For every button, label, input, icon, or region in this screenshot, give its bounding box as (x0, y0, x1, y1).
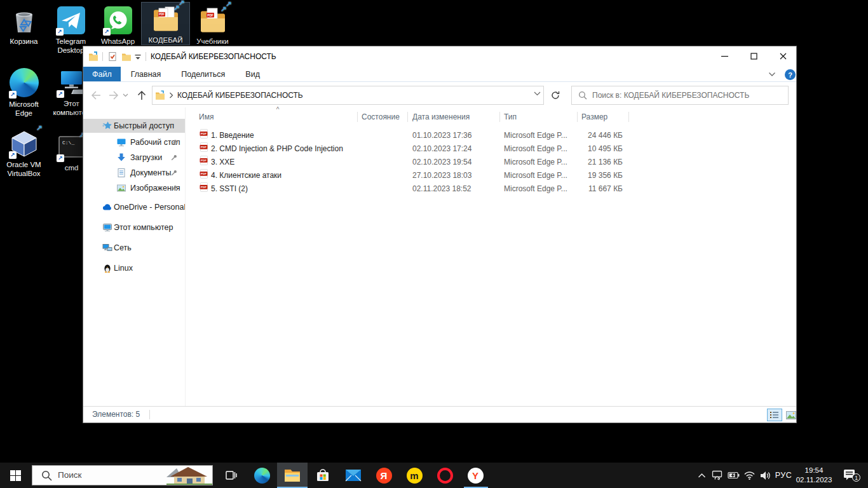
new-folder-button[interactable] (121, 51, 132, 62)
close-button[interactable] (768, 46, 797, 65)
taskbar-opera-icon[interactable] (430, 463, 460, 488)
sync-arrows-icon: ↗ (173, 5, 179, 11)
file-size: 21 136 КБ (528, 156, 623, 169)
file-row[interactable]: PDF 2. CMD Injection & PHP Code Injectio… (191, 142, 790, 156)
svg-text:PDF: PDF (201, 159, 207, 162)
navigation-bar: КОДЕБАЙ КИБЕРБЕЗОПАСНОСТЬ Поиск в: КОДЕБ… (83, 85, 796, 106)
customize-quick-access-button[interactable] (134, 53, 142, 61)
svg-text:PDF: PDF (201, 132, 207, 135)
column-separator[interactable] (628, 112, 629, 122)
tray-show-hidden-icons-chevron[interactable] (694, 463, 709, 488)
desktop-icon-recycle-bin[interactable]: Корзина (0, 4, 48, 46)
sidebar-item-downloads[interactable]: Загрузки (83, 151, 185, 165)
tray-clock[interactable]: 19:54 02.11.2023 (793, 466, 835, 484)
large-icons-view-button[interactable] (783, 409, 799, 421)
svg-text:PDF: PDF (201, 146, 207, 149)
tab-view[interactable]: Вид (235, 67, 270, 81)
column-separator[interactable] (577, 112, 578, 122)
column-header-size[interactable]: Размер (581, 110, 607, 124)
download-arrow-icon (116, 152, 126, 163)
details-view-button[interactable] (767, 409, 782, 421)
tab-share[interactable]: Поделиться (171, 67, 235, 81)
column-header-status[interactable]: Состояние (362, 110, 400, 124)
sidebar-item-network[interactable]: Сеть (83, 241, 185, 255)
desktop-icon-kodebay[interactable]: PDF ↗ ↗ КОДЕБАЙ (142, 3, 189, 44)
sidebar-item-pictures[interactable]: Изображения (83, 181, 185, 195)
file-row[interactable]: PDF 3. XXE 02.10.2023 19:54 Microsoft Ed… (191, 156, 790, 169)
refresh-button[interactable] (547, 88, 564, 103)
file-size: 19 356 КБ (528, 169, 623, 182)
taskbar-store-icon[interactable] (308, 463, 338, 488)
tray-display-sync-icon[interactable] (709, 463, 725, 488)
tray-volume-icon[interactable] (757, 463, 773, 488)
pin-icon (171, 139, 177, 146)
task-view-button[interactable] (216, 463, 247, 488)
desktop-icon-virtualbox[interactable]: ↗ ↗ Oracle VM VirtualBox (0, 127, 48, 178)
search-input[interactable]: Поиск в: КОДЕБАЙ КИБЕРБЕЗОПАСНОСТЬ (571, 86, 789, 105)
tray-battery-icon[interactable] (725, 463, 742, 488)
this-pc-icon (102, 222, 112, 233)
column-separator[interactable] (499, 112, 500, 122)
address-dropdown-chevron-icon[interactable] (534, 92, 541, 96)
svg-text:PDF: PDF (159, 13, 165, 16)
column-header-modified[interactable]: Дата изменения (412, 110, 470, 124)
help-button[interactable]: ? (785, 69, 796, 80)
sidebar-item-desktop[interactable]: Рабочий стол (83, 135, 185, 149)
svg-text:C:\_: C:\_ (62, 140, 74, 146)
up-button[interactable] (134, 88, 149, 103)
taskbar-yandex-icon[interactable]: Я (369, 463, 399, 488)
shortcut-arrow-icon: ↗ (9, 151, 17, 159)
sidebar-item-linux[interactable]: Linux (83, 261, 185, 275)
maximize-button[interactable] (739, 46, 768, 65)
sidebar-item-documents[interactable]: Документы (83, 166, 185, 180)
breadcrumb-chevron-icon (169, 92, 173, 98)
back-button[interactable] (88, 88, 104, 103)
search-placeholder: Поиск в: КОДЕБАЙ КИБЕРБЕЗОПАСНОСТЬ (592, 86, 749, 104)
desktop-icon-whatsapp[interactable]: ↗ WhatsApp (94, 4, 142, 46)
sidebar-item-onedrive[interactable]: OneDrive - Personal (83, 200, 185, 214)
taskbar-amigo-icon[interactable]: m (399, 463, 430, 488)
clock-date: 02.11.2023 (793, 475, 835, 485)
tray-language-indicator[interactable]: РУС (772, 463, 795, 488)
desktop-icon-edge[interactable]: ↗ Microsoft Edge (0, 66, 48, 118)
expand-ribbon-chevron-icon[interactable] (768, 72, 776, 77)
title-bar[interactable]: КОДЕБАЙ КИБЕРБЕЗОПАСНОСТЬ (83, 46, 796, 67)
action-center-button[interactable]: 1 (839, 463, 864, 488)
column-separator[interactable] (407, 112, 408, 122)
breadcrumb[interactable]: КОДЕБАЙ КИБЕРБЕЗОПАСНОСТЬ (155, 86, 303, 104)
taskbar-edge-icon[interactable] (247, 463, 277, 488)
sidebar-item-this-pc[interactable]: Этот компьютер (83, 220, 185, 234)
quick-access-star-icon (102, 121, 112, 131)
window-title: КОДЕБАЙ КИБЕРБЕЗОПАСНОСТЬ (151, 46, 276, 67)
app-folder-icon (88, 51, 98, 62)
column-separator[interactable] (357, 112, 358, 122)
start-button[interactable] (0, 463, 31, 488)
file-row[interactable]: PDF 5. SSTI (2) 02.11.2023 18:52 Microso… (191, 182, 790, 196)
taskbar-mail-icon[interactable] (338, 463, 369, 488)
forward-button[interactable] (106, 88, 121, 103)
tray-wifi-icon[interactable] (742, 463, 757, 488)
file-row[interactable]: PDF 4. Клиентские атаки 27.10.2023 18:03… (191, 169, 790, 182)
desktop-icon-uchebniki[interactable]: PDF ↗ ↗ Учебники (189, 4, 236, 46)
address-bar[interactable]: КОДЕБАЙ КИБЕРБЕЗОПАСНОСТЬ (152, 86, 544, 105)
file-row[interactable]: PDF 1. Введение 01.10.2023 17:36 Microso… (191, 129, 790, 142)
pane-divider[interactable] (185, 107, 186, 406)
sidebar-item-quick-access[interactable]: Быстрый доступ (83, 119, 185, 133)
tab-home[interactable]: Главная (121, 67, 172, 81)
file-modified: 02.10.2023 17:24 (412, 142, 471, 156)
sort-ascending-indicator: ^ (271, 106, 284, 113)
column-header-type[interactable]: Тип (504, 110, 517, 124)
column-header-name[interactable]: Имя (199, 110, 214, 124)
file-name: 5. SSTI (2) (211, 182, 248, 196)
file-name: 4. Клиентские атаки (211, 169, 281, 182)
properties-button[interactable] (107, 51, 118, 62)
ribbon-tab-bar: Файл Главная Поделиться Вид (83, 67, 796, 82)
recent-locations-chevron-icon[interactable] (120, 88, 130, 103)
taskbar-search-input[interactable]: Поиск (32, 465, 213, 485)
pin-icon (171, 185, 177, 191)
taskbar-file-explorer-icon[interactable] (277, 463, 308, 488)
item-count: Элементов: 5 (92, 407, 140, 423)
minimize-button[interactable] (710, 46, 739, 65)
tab-file[interactable]: Файл (83, 67, 121, 81)
taskbar-yandex-browser-icon[interactable]: Y (460, 463, 491, 488)
